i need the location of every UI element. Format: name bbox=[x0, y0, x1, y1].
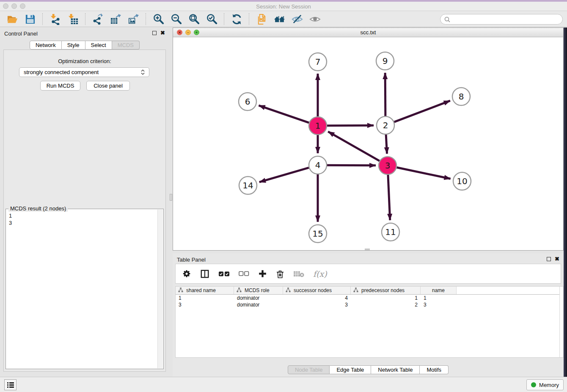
hide-eye-icon[interactable] bbox=[290, 12, 304, 26]
network-canvas[interactable]: 7968124314101511 bbox=[173, 37, 563, 250]
graph-node-3[interactable]: 3 bbox=[379, 157, 396, 174]
graph-node-10[interactable]: 10 bbox=[453, 172, 471, 190]
mcds-result-box: MCDS result (2 nodes) 13 bbox=[6, 209, 164, 369]
graph-node-8[interactable]: 8 bbox=[452, 88, 470, 105]
edge-1-6[interactable] bbox=[259, 105, 309, 123]
graph-node-11[interactable]: 11 bbox=[382, 223, 399, 241]
graph-node-1[interactable]: 1 bbox=[309, 117, 327, 135]
select-all-rows-icon[interactable] bbox=[218, 271, 230, 277]
control-panel-tabs: NetworkStyleSelectMCDS bbox=[0, 41, 169, 50]
search-input[interactable] bbox=[453, 16, 562, 22]
export-network-icon[interactable] bbox=[91, 12, 105, 26]
network-window-titlebar[interactable]: ✕ − + scc.txt bbox=[173, 28, 563, 37]
close-table-panel-icon[interactable]: ✖ bbox=[555, 257, 559, 262]
float-table-panel-icon[interactable] bbox=[547, 257, 551, 261]
hierarchy-icon bbox=[237, 287, 242, 294]
task-history-button[interactable] bbox=[4, 379, 17, 390]
float-panel-icon[interactable] bbox=[152, 31, 157, 35]
memory-button[interactable]: Memory bbox=[526, 379, 564, 390]
svg-text:8: 8 bbox=[459, 91, 464, 102]
table-row[interactable]: 1dominator411 bbox=[176, 295, 563, 301]
optimization-criterion-label: Optimization criterion: bbox=[4, 58, 165, 64]
edge-3-11[interactable] bbox=[388, 175, 390, 220]
cell-shared-name[interactable]: 3 bbox=[176, 302, 234, 308]
header-filler bbox=[457, 287, 563, 294]
run-mcds-button[interactable]: Run MCDS bbox=[40, 81, 80, 91]
duplicate-network-icon[interactable] bbox=[255, 12, 268, 26]
tab-select[interactable]: Select bbox=[85, 41, 112, 50]
graph-node-14[interactable]: 14 bbox=[239, 177, 257, 194]
zoom-selected-icon[interactable] bbox=[205, 12, 218, 26]
show-columns-icon[interactable] bbox=[200, 269, 209, 279]
edge-2-8[interactable] bbox=[394, 101, 450, 122]
zoom-fit-icon[interactable] bbox=[187, 12, 201, 26]
edge-2-9[interactable] bbox=[385, 73, 385, 116]
column-header-name[interactable]: name bbox=[421, 287, 457, 294]
edge-4-14[interactable] bbox=[259, 168, 309, 182]
edge-1-2[interactable] bbox=[327, 125, 374, 126]
tab-style[interactable]: Style bbox=[62, 41, 85, 50]
cell-shared-name[interactable]: 1 bbox=[176, 295, 234, 301]
table-body: 1dominator4113dominator323 bbox=[176, 295, 563, 308]
open-folder-icon[interactable] bbox=[6, 12, 19, 26]
cell-MCDS-role[interactable]: dominator bbox=[234, 302, 283, 308]
zoom-out-icon[interactable] bbox=[169, 12, 183, 26]
delete-column-icon[interactable] bbox=[276, 269, 284, 279]
edge-2-3[interactable] bbox=[386, 135, 387, 154]
cell-MCDS-role[interactable]: dominator bbox=[234, 295, 283, 301]
cell-successor-nodes[interactable]: 4 bbox=[283, 295, 351, 301]
graph-node-6[interactable]: 6 bbox=[239, 93, 256, 110]
table-scrollbar[interactable] bbox=[559, 287, 563, 357]
node-table: shared nameMCDS rolesuccessor nodesprede… bbox=[175, 286, 564, 358]
edge-3-1[interactable] bbox=[328, 132, 380, 161]
cell-name[interactable]: 3 bbox=[421, 302, 457, 308]
table-header-row: shared nameMCDS rolesuccessor nodesprede… bbox=[176, 287, 563, 295]
tab-edge-table[interactable]: Edge Table bbox=[330, 365, 371, 374]
mcds-panel: Optimization criterion: strongly connect… bbox=[3, 50, 166, 372]
tab-mcds[interactable]: MCDS bbox=[112, 41, 140, 50]
column-header-shared-name[interactable]: shared name bbox=[176, 287, 234, 294]
main-toolbar bbox=[0, 11, 567, 27]
panel-divider-handle[interactable] bbox=[170, 194, 172, 201]
column-header-MCDS-role[interactable]: MCDS role bbox=[234, 287, 283, 294]
show-eye-icon[interactable] bbox=[308, 12, 322, 26]
column-header-successor-nodes[interactable]: successor nodes bbox=[283, 287, 351, 294]
table-settings-gear-icon[interactable] bbox=[182, 269, 191, 278]
edge-4-3[interactable] bbox=[327, 165, 376, 166]
zoom-in-icon[interactable] bbox=[151, 12, 165, 26]
tab-network[interactable]: Network bbox=[30, 41, 62, 50]
criterion-select[interactable]: strongly connected component bbox=[19, 67, 149, 77]
deselect-all-rows-icon[interactable] bbox=[239, 271, 249, 276]
window-resize-handle[interactable] bbox=[365, 248, 370, 250]
cell-name[interactable]: 1 bbox=[421, 295, 457, 301]
add-column-icon[interactable] bbox=[258, 269, 267, 278]
graph-node-2[interactable]: 2 bbox=[377, 116, 394, 134]
result-scrollbar[interactable] bbox=[157, 210, 163, 368]
column-header-predecessor-nodes[interactable]: predecessor nodes bbox=[351, 287, 421, 294]
import-network-icon[interactable] bbox=[48, 12, 62, 26]
svg-text:9: 9 bbox=[383, 56, 388, 66]
tab-node-table[interactable]: Node Table bbox=[288, 365, 330, 374]
mcds-result-list[interactable]: 13 bbox=[6, 211, 157, 368]
search-field[interactable] bbox=[440, 14, 563, 25]
close-panel-button[interactable]: Close panel bbox=[86, 81, 130, 91]
refresh-icon[interactable] bbox=[230, 12, 243, 26]
graph-node-7[interactable]: 7 bbox=[309, 53, 327, 71]
import-table-icon[interactable] bbox=[66, 12, 80, 26]
export-table-icon[interactable] bbox=[109, 12, 122, 26]
table-row[interactable]: 3dominator323 bbox=[176, 301, 563, 308]
export-image-icon[interactable] bbox=[127, 12, 140, 26]
close-panel-icon[interactable]: ✖ bbox=[160, 30, 165, 36]
graph-node-15[interactable]: 15 bbox=[309, 225, 327, 243]
cell-successor-nodes[interactable]: 3 bbox=[283, 302, 351, 308]
cell-predecessor-nodes[interactable]: 2 bbox=[351, 302, 421, 308]
tab-motifs[interactable]: Motifs bbox=[420, 365, 449, 374]
save-icon[interactable] bbox=[23, 12, 37, 26]
search-icon bbox=[444, 17, 450, 22]
graph-node-4[interactable]: 4 bbox=[309, 156, 327, 174]
houses-icon[interactable] bbox=[272, 12, 286, 26]
graph-node-9[interactable]: 9 bbox=[376, 52, 394, 70]
tab-network-table[interactable]: Network Table bbox=[371, 365, 420, 374]
cell-predecessor-nodes[interactable]: 1 bbox=[351, 295, 421, 301]
edge-3-10[interactable] bbox=[397, 168, 451, 179]
